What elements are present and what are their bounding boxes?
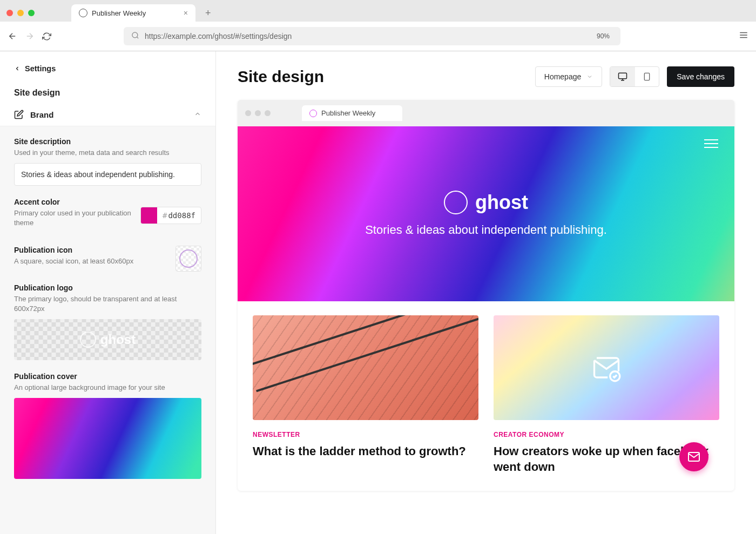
- site-description-input[interactable]: [14, 163, 201, 186]
- field-help: An optional large background image for y…: [14, 383, 201, 393]
- field-label: Publication cover: [14, 372, 201, 381]
- browser-chrome: Publisher Weekly × + https://example.com…: [0, 0, 756, 51]
- svg-rect-7: [645, 73, 650, 80]
- preview-logo: ghost: [444, 191, 528, 214]
- mobile-view-button[interactable]: [635, 67, 659, 86]
- preview-traffic-light: [265, 110, 271, 116]
- mobile-icon: [643, 72, 651, 81]
- card-category: NEWSLETTER: [253, 431, 478, 438]
- preview-hero: ghost Stories & ideas about independent …: [238, 126, 734, 301]
- preview-browser-chrome: Publisher Weekly: [238, 100, 734, 126]
- browser-menu-button[interactable]: [739, 30, 748, 42]
- card-image: [494, 315, 719, 420]
- card-title: What is the ladder method to growth?: [253, 444, 478, 459]
- dropdown-label: Homepage: [544, 72, 582, 81]
- publication-cover-preview[interactable]: [14, 398, 201, 479]
- publication-icon-preview[interactable]: [176, 246, 201, 272]
- field-publication-cover: Publication cover An optional large back…: [14, 372, 201, 479]
- sidebar-title: Site design: [0, 82, 215, 103]
- color-swatch[interactable]: [141, 207, 157, 224]
- zoom-level[interactable]: 90%: [593, 31, 613, 41]
- edit-icon: [14, 110, 24, 119]
- field-help: Used in your theme, meta data and search…: [14, 148, 201, 158]
- section-label: Brand: [30, 110, 53, 119]
- publication-logo-preview[interactable]: ghost: [14, 319, 201, 360]
- tab-title: Publisher Weekly: [92, 9, 146, 17]
- header-controls: Homepage Save changes: [535, 66, 734, 87]
- preview-tab-title: Publisher Weekly: [321, 109, 375, 117]
- preview-cards: NEWSLETTER What is the ladder method to …: [238, 301, 734, 491]
- window-controls: [6, 10, 35, 16]
- mail-icon: [687, 450, 700, 463]
- back-button[interactable]: [8, 31, 17, 41]
- browser-toolbar: https://example.com/ghost/#/settings/des…: [0, 22, 756, 51]
- svg-point-0: [132, 32, 138, 38]
- card-image: [253, 315, 478, 420]
- desktop-icon: [618, 72, 627, 82]
- sidebar: Settings Site design Brand Site descript…: [0, 51, 216, 534]
- browser-tab-bar: Publisher Weekly × +: [0, 0, 756, 22]
- hamburger-menu-icon[interactable]: [704, 139, 718, 148]
- field-label: Accent color: [14, 198, 140, 206]
- page-select-dropdown[interactable]: Homepage: [535, 66, 603, 87]
- chevron-left-icon: [14, 65, 21, 72]
- close-window-icon[interactable]: [6, 10, 13, 16]
- chevron-up-icon: [194, 110, 201, 119]
- accent-color-picker[interactable]: #dd088f: [140, 207, 201, 224]
- preview-card[interactable]: NEWSLETTER What is the ladder method to …: [253, 315, 478, 475]
- new-tab-button[interactable]: +: [200, 8, 217, 19]
- field-label: Publication icon: [14, 246, 133, 254]
- minimize-window-icon[interactable]: [17, 10, 24, 16]
- ghost-logo-icon: [80, 332, 96, 348]
- preview-traffic-light: [255, 110, 261, 116]
- browser-tab[interactable]: Publisher Weekly ×: [71, 4, 195, 22]
- page-title: Site design: [238, 67, 324, 86]
- main-content: Site design Homepage Save changes: [216, 51, 756, 534]
- ghost-logo-icon: [444, 191, 468, 214]
- favicon-icon: [79, 9, 87, 17]
- icon-preview-image: [179, 249, 198, 268]
- field-publication-logo: Publication logo The primary logo, shoul…: [14, 283, 201, 360]
- app-frame: Settings Site design Brand Site descript…: [0, 51, 756, 534]
- field-publication-icon: Publication icon A square, social icon, …: [14, 246, 201, 272]
- field-label: Site description: [14, 137, 201, 146]
- main-header: Site design Homepage Save changes: [238, 66, 734, 87]
- field-label: Publication logo: [14, 283, 201, 292]
- field-help: Primary color used in your publication t…: [14, 208, 140, 228]
- preview-window-controls: [245, 110, 271, 116]
- desktop-view-button[interactable]: [610, 67, 635, 86]
- forward-button[interactable]: [25, 31, 35, 41]
- hero-brand-text: ghost: [475, 191, 528, 214]
- preview-favicon-icon: [309, 110, 317, 117]
- save-changes-button[interactable]: Save changes: [667, 66, 734, 87]
- close-tab-icon[interactable]: ×: [184, 9, 188, 17]
- subscribe-fab[interactable]: [679, 442, 708, 471]
- brand-panel: Site description Used in your theme, met…: [0, 126, 215, 534]
- mail-check-icon: [592, 353, 621, 382]
- field-help: A square, social icon, at least 60x60px: [14, 256, 133, 266]
- address-bar[interactable]: https://example.com/ghost/#/settings/des…: [124, 27, 620, 45]
- svg-rect-4: [619, 73, 627, 79]
- preview-traffic-light: [245, 110, 251, 116]
- url-text: https://example.com/ghost/#/settings/des…: [145, 32, 292, 40]
- card-category: CREATOR ECONOMY: [494, 431, 719, 438]
- device-toggle: [610, 66, 659, 87]
- ghost-logo-text: ghost: [100, 332, 136, 347]
- back-to-settings-link[interactable]: Settings: [0, 51, 215, 82]
- back-label: Settings: [25, 64, 56, 73]
- field-help: The primary logo, should be transparent …: [14, 294, 201, 314]
- field-accent-color: Accent color Primary color used in your …: [14, 198, 201, 233]
- search-icon: [131, 31, 139, 41]
- chevron-down-icon: [586, 73, 593, 80]
- site-preview: Publisher Weekly ghost Stories & ideas a…: [238, 100, 734, 491]
- hex-input[interactable]: #dd088f: [157, 208, 201, 223]
- preview-tab: Publisher Weekly: [302, 105, 402, 121]
- sidebar-section-brand[interactable]: Brand: [0, 103, 215, 126]
- maximize-window-icon[interactable]: [28, 10, 35, 16]
- reload-button[interactable]: [42, 32, 51, 41]
- hero-tagline: Stories & ideas about independent publis…: [365, 223, 607, 237]
- field-site-description: Site description Used in your theme, met…: [14, 137, 201, 186]
